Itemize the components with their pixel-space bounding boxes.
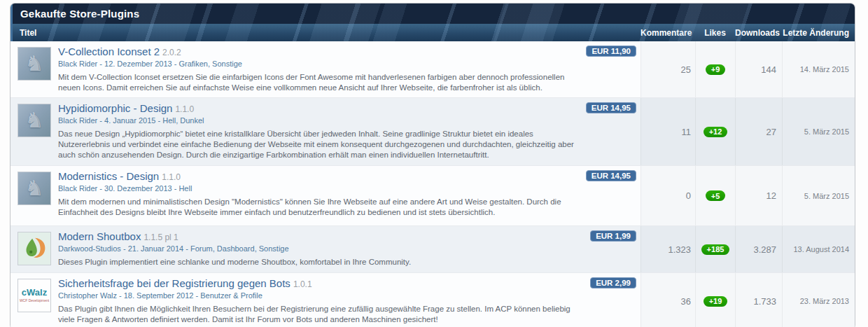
price-badge: EUR 1,99	[590, 230, 636, 242]
downloads-count: 27	[735, 98, 782, 165]
plugin-row-hypidiomorphic: ♞ Hypidiomorphic - Design1.1.0 Black Rid…	[10, 97, 855, 165]
comments-count: 1.323	[640, 226, 695, 272]
price-badge: EUR 2,99	[590, 277, 636, 288]
panel-header: Gekaufte Store-Plugins Titel Kommentare …	[10, 4, 855, 41]
plugin-description: Mit dem modernen und minimalistischen De…	[58, 197, 576, 218]
downloads-count: 12	[735, 166, 782, 225]
plugin-main-cell: ♞ Modernistics - Design1.1.0 Black Rider…	[10, 166, 640, 225]
last-change-date: 23. März 2013	[782, 273, 855, 327]
column-header-downloads[interactable]: Downloads	[735, 28, 782, 38]
plugin-version: 1.1.5 pl 1	[144, 232, 178, 242]
downloads-count: 1.733	[735, 273, 782, 327]
panel-title-bar: Gekaufte Store-Plugins	[13, 4, 855, 24]
comments-count: 0	[640, 166, 695, 225]
plugin-main-cell: ♞ V-Collection Iconset 22.0.2 Black Ride…	[10, 41, 640, 97]
plugin-info: Modernistics - Design1.1.0 Black Rider -…	[58, 170, 635, 221]
page: Gekaufte Store-Plugins Titel Kommentare …	[0, 0, 868, 327]
plugin-list: ♞ V-Collection Iconset 22.0.2 Black Ride…	[10, 41, 855, 327]
purchased-store-plugins-panel: Gekaufte Store-Plugins Titel Kommentare …	[10, 3, 855, 327]
column-header-titel[interactable]: Titel	[13, 28, 640, 38]
panel-title: Gekaufte Store-Plugins	[20, 8, 139, 20]
last-change-date: 14. März 2015	[782, 41, 855, 97]
comments-count: 11	[640, 98, 695, 165]
plugin-thumbnail[interactable]: ♞	[18, 104, 51, 137]
column-header-likes[interactable]: Likes	[695, 28, 735, 38]
plugin-main-cell: Modern Shoutbox1.1.5 pl 1 Darkwood-Studi…	[10, 226, 640, 272]
likes-cell: +9	[695, 41, 735, 97]
price-badge: EUR 14,95	[586, 102, 636, 113]
plugin-meta: Black Rider - 30. Dezember 2013 - Hell	[58, 184, 576, 193]
likes-badge: +5	[706, 190, 726, 201]
last-change-date: 5. März 2015	[782, 98, 855, 165]
plugin-title-link[interactable]: Sicherheitsfrage bei der Registrierung g…	[58, 277, 290, 289]
plugin-info: V-Collection Iconset 22.0.2 Black Rider …	[58, 46, 635, 93]
plugin-main-cell: cWalz WCF Development Sicherheitsfrage b…	[10, 273, 640, 327]
plugin-thumbnail[interactable]	[18, 232, 51, 265]
plugin-description: Mit dem V-Collection Iconset ersetzen Si…	[58, 72, 576, 93]
plugin-info: Modern Shoutbox1.1.5 pl 1 Darkwood-Studi…	[58, 230, 635, 268]
plugin-info: Sicherheitsfrage bei der Registrierung g…	[58, 277, 635, 325]
knight-avatar-icon: ♞	[25, 53, 44, 74]
last-change-date: 13. August 2014	[782, 226, 855, 272]
darkwood-studios-logo-icon	[18, 232, 50, 265]
plugin-row-v-collection-iconset: ♞ V-Collection Iconset 22.0.2 Black Ride…	[10, 41, 855, 97]
knight-avatar-icon: ♞	[25, 110, 44, 131]
plugin-meta: Black Rider - 12. Dezember 2013 - Grafik…	[58, 60, 576, 69]
likes-badge: +12	[704, 127, 728, 137]
likes-cell: +19	[695, 273, 735, 327]
plugin-title-link[interactable]: Hypidiomorphic - Design	[58, 102, 172, 114]
plugin-meta: Black Rider - 4. Januar 2015 - Hell, Dun…	[58, 116, 576, 125]
plugin-thumbnail[interactable]: cWalz WCF Development	[18, 279, 51, 312]
plugin-version: 1.1.0	[175, 104, 194, 114]
likes-badge: +185	[701, 244, 730, 255]
likes-badge: +9	[706, 64, 726, 75]
cwalz-logo-subtext: WCF Development	[20, 298, 49, 303]
plugin-info: Hypidiomorphic - Design1.1.0 Black Rider…	[58, 102, 635, 161]
plugin-main-cell: ♞ Hypidiomorphic - Design1.1.0 Black Rid…	[10, 98, 640, 165]
likes-cell: +185	[695, 226, 735, 272]
downloads-count: 144	[735, 41, 782, 97]
column-header-row: Titel Kommentare Likes Downloads Letzte …	[13, 24, 855, 41]
plugin-description: Das neue Design „Hypidiomorphic“ bietet …	[58, 129, 576, 160]
cwalz-logo-icon: cWalz	[22, 288, 47, 298]
plugin-version: 1.1.0	[162, 172, 181, 182]
comments-count: 25	[640, 41, 695, 97]
plugin-version: 1.0.1	[293, 279, 312, 289]
comments-count: 36	[640, 273, 695, 327]
plugin-row-sicherheitsfrage: cWalz WCF Development Sicherheitsfrage b…	[10, 272, 855, 327]
likes-cell: +5	[695, 166, 735, 225]
likes-cell: +12	[695, 98, 735, 165]
plugin-row-modernistics: ♞ Modernistics - Design1.1.0 Black Rider…	[10, 165, 855, 225]
plugin-row-modern-shoutbox: Modern Shoutbox1.1.5 pl 1 Darkwood-Studi…	[10, 225, 855, 272]
plugin-title-link[interactable]: Modernistics - Design	[58, 170, 159, 182]
plugin-title-link[interactable]: Modern Shoutbox	[58, 230, 141, 242]
plugin-description: Dieses Plugin implementiert eine schlank…	[58, 257, 576, 267]
price-badge: EUR 14,95	[586, 170, 636, 181]
likes-badge: +19	[704, 296, 728, 307]
column-header-letzte-aenderung[interactable]: Letzte Änderung	[782, 28, 855, 38]
plugin-thumbnail[interactable]: ♞	[18, 47, 51, 81]
price-badge: EUR 11,90	[586, 46, 636, 57]
plugin-description: Das Plugin gibt Ihnen die Möglichkeit Ih…	[58, 304, 576, 325]
column-header-kommentare[interactable]: Kommentare	[640, 28, 695, 38]
plugin-thumbnail[interactable]: ♞	[18, 172, 51, 205]
plugin-title-link[interactable]: V-Collection Iconset 2	[58, 46, 160, 57]
knight-avatar-icon: ♞	[25, 178, 44, 199]
plugin-version: 2.0.2	[162, 48, 181, 57]
downloads-count: 3.287	[735, 226, 782, 272]
plugin-meta: Christopher Walz - 18. September 2012 - …	[58, 291, 576, 300]
last-change-date: 5. März 2015	[782, 166, 855, 225]
plugin-meta: Darkwood-Studios - 21. Januar 2014 - For…	[58, 244, 576, 253]
